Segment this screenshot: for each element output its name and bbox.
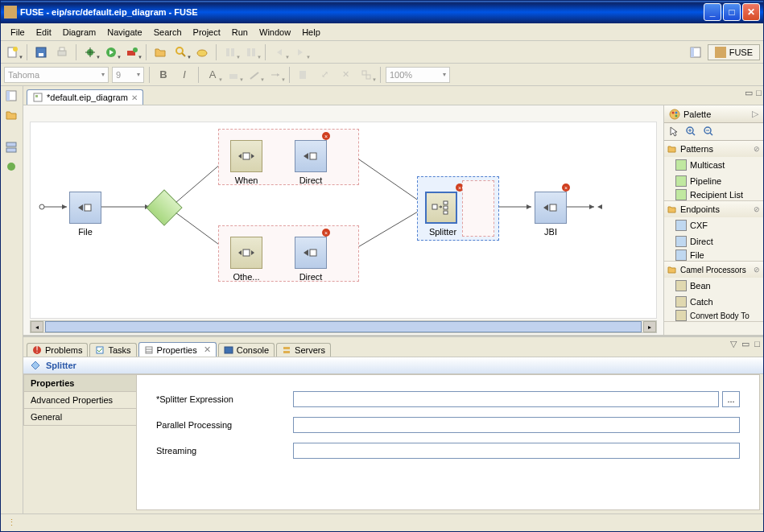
font-color-button[interactable]: A▼ <box>204 66 221 84</box>
gutter-restore-icon[interactable] <box>5 89 19 104</box>
palette-group-header-endpoints[interactable]: Endpoints⊘ <box>664 201 763 217</box>
side-tab-properties[interactable]: Properties <box>23 374 136 392</box>
node-direct1-label: Direct <box>295 175 327 185</box>
forward-button[interactable]: ▼ <box>291 43 309 61</box>
palette-item-cxf[interactable]: CXF <box>664 217 763 233</box>
fuse-perspective-button[interactable]: FUSE <box>708 44 760 60</box>
svg-point-76 <box>670 109 679 119</box>
palette-item-multicast[interactable]: Multicast <box>664 157 763 173</box>
node-jbi[interactable]: × JBI <box>535 192 567 237</box>
font-size-selector[interactable]: 9▾ <box>112 67 144 83</box>
browse-splitter-button[interactable]: ... <box>722 391 740 407</box>
next-annotation-button[interactable]: ▼ <box>221 43 239 61</box>
autosize-button[interactable]: ⤢ <box>316 66 333 84</box>
palette-item-direct[interactable]: Direct <box>664 233 763 250</box>
tab-console[interactable]: Console <box>218 343 275 357</box>
menu-file[interactable]: File <box>6 26 30 39</box>
print-button[interactable] <box>53 43 71 61</box>
maximize-button[interactable]: □ <box>723 3 741 21</box>
line-color-button[interactable]: ▼ <box>246 66 263 84</box>
tab-properties[interactable]: Properties✕ <box>138 342 217 357</box>
new-button[interactable]: ▼ <box>4 43 22 61</box>
back-button[interactable]: ▼ <box>270 43 288 61</box>
view-menu-button[interactable]: ▽ <box>730 339 737 349</box>
minimize-view-button[interactable]: ▭ <box>741 339 750 349</box>
node-direct-2[interactable]: × Direct <box>295 237 327 282</box>
search-button[interactable]: ▼ <box>172 43 190 61</box>
input-splitter-expression[interactable] <box>293 391 719 407</box>
arrange-button[interactable]: ▼ <box>357 66 375 84</box>
toggle-breadcrumb-button[interactable] <box>193 43 211 61</box>
side-tab-general[interactable]: General <box>23 408 136 426</box>
line-style-button[interactable]: ▼ <box>266 66 284 84</box>
maximize-editor-button[interactable]: □ <box>756 88 762 98</box>
close-tab-button[interactable]: ✕ <box>204 344 211 355</box>
node-when[interactable]: When <box>230 140 262 185</box>
scroll-right-button[interactable]: ▸ <box>643 321 656 332</box>
palette-item-bean[interactable]: Bean <box>664 278 763 294</box>
node-splitter[interactable]: × Splitter <box>425 192 460 237</box>
tab-tasks[interactable]: Tasks <box>89 343 136 357</box>
select-tool-button[interactable] <box>669 126 679 138</box>
palette-item-recipient-list[interactable]: Recipient List <box>664 189 763 200</box>
side-tab-advanced[interactable]: Advanced Properties <box>23 391 136 409</box>
pin-icon[interactable]: ⊘ <box>754 205 760 213</box>
menu-help[interactable]: Help <box>297 26 325 39</box>
palette-item-file[interactable]: File <box>664 250 763 261</box>
open-folder-button[interactable] <box>151 43 169 61</box>
gutter-jmx-icon[interactable] <box>5 160 19 175</box>
horizontal-scrollbar[interactable]: ◂ ▸ <box>30 320 657 333</box>
input-parallel-processing[interactable] <box>293 417 740 433</box>
fill-color-button[interactable]: ▼ <box>225 66 242 84</box>
font-selector[interactable]: Tahoma▾ <box>4 67 109 83</box>
input-streaming[interactable] <box>293 443 740 459</box>
palette-group-header-camel-processors[interactable]: Camel Processors⊘ <box>664 262 763 278</box>
menu-navigate[interactable]: Navigate <box>102 26 147 39</box>
palette-collapse-icon[interactable]: ▷ <box>752 109 758 119</box>
zoom-in-button[interactable] <box>685 126 696 138</box>
debug-button[interactable]: ▼ <box>81 43 99 61</box>
menu-window[interactable]: Window <box>254 26 295 39</box>
node-file[interactable]: File <box>69 192 101 237</box>
scroll-thumb[interactable] <box>45 321 642 332</box>
gutter-outline-icon[interactable] <box>5 141 19 155</box>
gutter-explorer-icon[interactable] <box>5 109 19 123</box>
close-button[interactable]: ✕ <box>742 3 760 21</box>
prev-annotation-button[interactable]: ▼ <box>242 43 260 61</box>
select-all-button[interactable]: ✕ <box>337 66 354 84</box>
minimize-editor-button[interactable]: ▭ <box>745 88 753 98</box>
file-icon <box>675 250 687 261</box>
open-perspective-button[interactable] <box>687 43 704 61</box>
palette-item-catch[interactable]: Catch <box>664 294 763 310</box>
pin-icon[interactable]: ⊘ <box>754 266 760 274</box>
menu-edit[interactable]: Edit <box>31 26 56 39</box>
minimize-button[interactable]: _ <box>704 3 721 21</box>
palette-item-convert-body[interactable]: Convert Body To <box>664 310 763 321</box>
palette-item-pipeline[interactable]: Pipeline <box>664 173 763 189</box>
tab-problems[interactable]: !Problems <box>27 343 88 357</box>
zoom-out-button[interactable] <box>703 126 714 138</box>
editor-tab-default[interactable]: *default.eip_diagram ✕ <box>27 89 143 105</box>
copy-appearance-button[interactable] <box>295 66 312 84</box>
save-button[interactable] <box>32 43 50 61</box>
tab-servers[interactable]: Servers <box>276 343 331 357</box>
node-choice[interactable] <box>146 189 182 225</box>
menu-diagram[interactable]: Diagram <box>58 26 101 39</box>
palette-group-header-patterns[interactable]: Patterns⊘ <box>664 141 763 157</box>
maximize-view-button[interactable]: □ <box>754 339 760 349</box>
pin-icon[interactable]: ⊘ <box>754 145 760 153</box>
node-otherwise[interactable]: Othe... <box>230 237 262 282</box>
menu-project[interactable]: Project <box>188 26 225 39</box>
zoom-selector[interactable]: 100%▾ <box>386 67 450 83</box>
menu-search[interactable]: Search <box>149 26 187 39</box>
scroll-left-button[interactable]: ◂ <box>31 321 43 332</box>
menu-run[interactable]: Run <box>227 26 253 39</box>
external-tools-button[interactable]: ▼ <box>123 43 141 61</box>
diagram-canvas[interactable]: File When × Direct <box>30 122 657 319</box>
close-editor-button[interactable]: ✕ <box>131 93 138 102</box>
svg-rect-57 <box>85 204 91 211</box>
bold-button[interactable]: B <box>155 66 172 84</box>
italic-button[interactable]: I <box>176 66 193 84</box>
node-direct-1[interactable]: × Direct <box>295 140 327 185</box>
run-button[interactable]: ▼ <box>102 43 120 61</box>
